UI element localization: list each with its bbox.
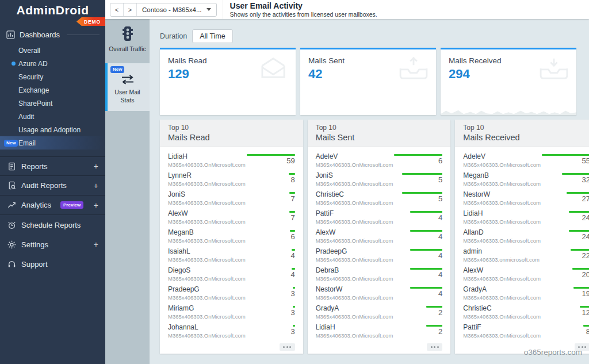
expand-plus-icon[interactable]: +	[94, 240, 98, 249]
sidebar-item-label: Azure AD	[18, 60, 48, 68]
user-domain: M365x406303.OnMicrosoft.com	[316, 200, 393, 207]
list-item[interactable]: GradyAM365x406303.OnMicrosoft.com2	[316, 302, 443, 321]
expand-plus-icon[interactable]: +	[94, 201, 98, 210]
topbar: < > Contoso - M365x4... User Email Activ…	[105, 0, 589, 19]
user-domain: M365x406303.OnMicrosoft.com	[316, 275, 393, 283]
sidebar-section-label: Dashboards	[20, 30, 60, 39]
list-item[interactable]: IsaiahLM365x406303.OnMicrosoft.com4	[168, 246, 295, 265]
list-item[interactable]: MeganBM365x406303.OnMicrosoft.com32	[463, 170, 589, 189]
rail-item-overall-traffic[interactable]: Overall Traffic	[105, 19, 150, 60]
value-bar	[292, 249, 295, 251]
stat-card-mails-read: Mails Read 129	[160, 48, 296, 115]
value-label: 4	[290, 252, 294, 260]
user-domain: M365x406303.OnMicrosoft.com	[168, 219, 246, 226]
list-item[interactable]: JoniSM365x406303.OnMicrosoft.com7	[168, 189, 295, 208]
user-domain: M365x406303.OnMicrosoft.com	[316, 181, 393, 188]
list-item[interactable]: PradeepGM365x406303.OnMicrosoft.com4	[316, 246, 443, 265]
list-item[interactable]: PattiFM365x406303.OnMicrosoft.com8	[463, 321, 589, 340]
list-item[interactable]: ChristieCM365x406303.OnMicrosoft.com12	[463, 302, 589, 321]
sidebar-item-settings[interactable]: Settings+	[0, 235, 105, 254]
sidebar-item-audit-reports[interactable]: Audit Reports+	[0, 176, 105, 196]
sidebar-item-label: Analytics	[21, 201, 51, 209]
tenant-dropdown[interactable]: Contoso - M365x4...	[137, 6, 216, 13]
value-label: 24	[582, 214, 589, 222]
sidebar-item-exchange[interactable]: Exchange	[0, 83, 105, 97]
list-item[interactable]: LidiaHM365x406303.OnMicrosoft.com59	[168, 151, 295, 170]
exchange-arrows-icon	[108, 75, 147, 86]
user-name: JoniS	[168, 190, 246, 200]
list-item[interactable]: GradyAM365x406303.OnMicrosoft.com19	[463, 283, 589, 302]
list-item[interactable]: PattiFM365x406303.OnMicrosoft.com4	[316, 208, 443, 227]
sidebar-item-reports[interactable]: Reports+	[0, 156, 105, 176]
list-item[interactable]: LidiaHM365x406303.OnMicrosoft.com2	[316, 321, 443, 340]
user-name: JohannaL	[168, 323, 246, 332]
user-domain: M365x406303.OnMicrosoft.com	[316, 332, 393, 340]
list-item[interactable]: JohannaLM365x406303.OnMicrosoft.com3	[168, 321, 295, 340]
sidebar: AdminDroid DEMO Dashboards OverallAzure …	[0, 0, 105, 364]
list-item[interactable]: DebraBM365x406303.OnMicrosoft.com4	[316, 265, 443, 283]
nav-forward-button[interactable]: >	[124, 3, 136, 16]
list-item[interactable]: AlexWM365x406303.OnMicrosoft.com20	[463, 265, 589, 283]
sidebar-item-overall[interactable]: Overall	[0, 44, 105, 57]
user-name: AlexW	[168, 209, 246, 219]
sidebar-item-sharepoint[interactable]: SharePoint	[0, 97, 105, 110]
list-item[interactable]: AllanDM365x406303.OnMicrosoft.com24	[463, 227, 589, 246]
value-bar	[426, 325, 442, 327]
user-domain: M365x406303.onmicrosoft.com	[463, 256, 541, 264]
duration-filter-button[interactable]: All Time	[192, 29, 232, 43]
sidebar-item-schedule-reports[interactable]: Schedule Reports	[0, 215, 105, 235]
list-item[interactable]: LidiaHM365x406303.OnMicrosoft.com24	[463, 208, 589, 227]
list-item[interactable]: NestorWM365x406303.OnMicrosoft.com4	[316, 283, 443, 302]
list-title-prefix: Top 10	[463, 124, 589, 132]
sidebar-item-security[interactable]: Security	[0, 70, 105, 83]
list-item[interactable]: ChristieCM365x406303.OnMicrosoft.com5	[316, 189, 443, 208]
value-label: 2	[438, 328, 442, 336]
list-item[interactable]: DiegoSM365x406303.OnMicrosoft.com4	[168, 265, 295, 283]
stat-card-mails-sent: Mails Sent 42	[300, 48, 436, 115]
sidebar-item-support[interactable]: Support	[0, 254, 105, 274]
more-options-button[interactable]	[427, 343, 442, 351]
sidebar-item-azure-ad[interactable]: Azure AD	[0, 57, 105, 70]
user-name: DiegoS	[168, 266, 246, 275]
rail-item-user-mail-stats[interactable]: New User Mail Stats	[105, 63, 150, 110]
list-item[interactable]: MiriamGM365x406303.OnMicrosoft.com3	[168, 302, 295, 321]
list-item[interactable]: MeganBM365x406303.OnMicrosoft.com6	[168, 227, 295, 246]
user-name: ChristieC	[316, 190, 393, 200]
user-domain: M365x406303.OnMicrosoft.com	[463, 162, 541, 169]
sidebar-item-audit[interactable]: Audit	[0, 110, 105, 123]
list-title-prefix: Top 10	[316, 124, 443, 132]
expand-plus-icon[interactable]: +	[94, 181, 98, 190]
dashboard-items: OverallAzure ADSecurityExchangeSharePoin…	[0, 44, 105, 150]
reports-icon	[7, 162, 16, 171]
value-bar	[410, 268, 442, 270]
list-item[interactable]: AdeleVM365x406303.OnMicrosoft.com55	[463, 151, 589, 170]
list-item[interactable]: AlexWM365x406303.OnMicrosoft.com7	[168, 208, 295, 227]
nav-back-button[interactable]: <	[110, 3, 123, 16]
value-label: 8	[290, 176, 294, 184]
value-bar	[289, 192, 295, 194]
sidebar-item-label: Support	[21, 260, 48, 269]
value-bar	[289, 211, 295, 213]
list-item[interactable]: NestorWM365x406303.OnMicrosoft.com27	[463, 189, 589, 208]
list-item[interactable]: JoniSM365x406303.OnMicrosoft.com5	[316, 170, 443, 189]
sidebar-item-dashboards[interactable]: Dashboards	[0, 29, 105, 40]
sidebar-item-email[interactable]: NewEmail	[0, 136, 105, 150]
sidebar-item-label: Usage and Adoption	[18, 126, 81, 134]
user-name: AdeleV	[463, 152, 541, 162]
list-item[interactable]: PradeepGM365x406303.OnMicrosoft.com3	[168, 283, 295, 302]
list-header: Top 10Mails Sent	[308, 120, 451, 147]
sidebar-item-usage-and-adoption[interactable]: Usage and Adoption	[0, 123, 105, 136]
more-options-button[interactable]	[280, 343, 295, 351]
sidebar-item-analytics[interactable]: AnalyticsPreview+	[0, 196, 105, 215]
list-item[interactable]: adminM365x406303.onmicrosoft.com22	[463, 246, 589, 265]
list-item[interactable]: AdeleVM365x406303.OnMicrosoft.com6	[316, 151, 443, 170]
sidebar-item-label: SharePoint	[18, 99, 52, 108]
value-label: 4	[290, 271, 294, 279]
list-item[interactable]: AlexWM365x406303.OnMicrosoft.com4	[316, 227, 443, 246]
expand-plus-icon[interactable]: +	[94, 162, 98, 171]
duration-filter-row: Duration All Time	[160, 29, 576, 43]
tenant-nav-group: < > Contoso - M365x4...	[110, 3, 217, 17]
value-label: 3	[290, 290, 294, 298]
list-item[interactable]: LynneRM365x406303.OnMicrosoft.com8	[168, 170, 295, 189]
bar-chart-icon	[6, 30, 15, 39]
